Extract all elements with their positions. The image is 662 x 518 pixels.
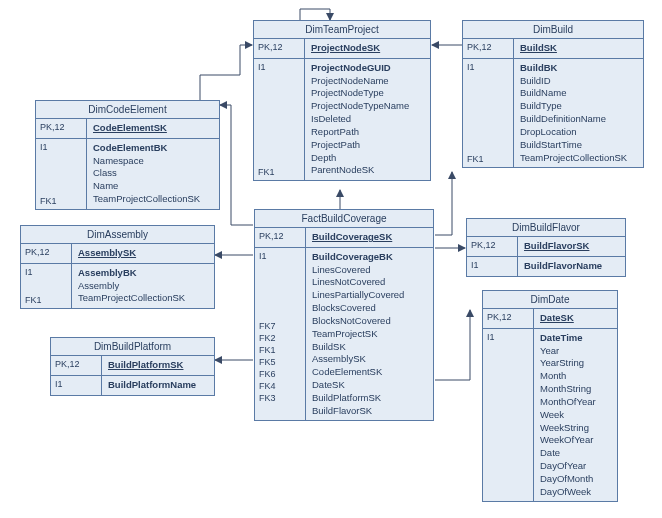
entity-title: DimBuildFlavor xyxy=(467,219,625,237)
entity-title: DimTeamProject xyxy=(254,21,430,39)
entity-title: DimAssembly xyxy=(21,226,214,244)
entity-title: DimBuildPlatform xyxy=(51,338,214,356)
entity-dim-team-project: DimTeamProject PK,12 ProjectNodeSK I1 FK… xyxy=(253,20,431,181)
entity-dim-code-element: DimCodeElement PK,12 CodeElementSK I1 FK… xyxy=(35,100,220,210)
entity-dim-build-platform: DimBuildPlatform PK,12 BuildPlatformSK I… xyxy=(50,337,215,396)
entity-title: DimBuild xyxy=(463,21,643,39)
entity-fact-build-coverage: FactBuildCoverage PK,12 BuildCoverageSK … xyxy=(254,209,434,421)
entity-dim-build: DimBuild PK,12 BuildSK I1 FK1 BuildBK Bu… xyxy=(462,20,644,168)
entity-title: DimDate xyxy=(483,291,617,309)
entity-dim-assembly: DimAssembly PK,12 AssemblySK I1 FK1 Asse… xyxy=(20,225,215,309)
entity-title: FactBuildCoverage xyxy=(255,210,433,228)
entity-title: DimCodeElement xyxy=(36,101,219,119)
entity-dim-date: DimDate PK,12 DateSK I1 DateTime Year Ye… xyxy=(482,290,618,502)
entity-dim-build-flavor: DimBuildFlavor PK,12 BuildFlavorSK I1 Bu… xyxy=(466,218,626,277)
